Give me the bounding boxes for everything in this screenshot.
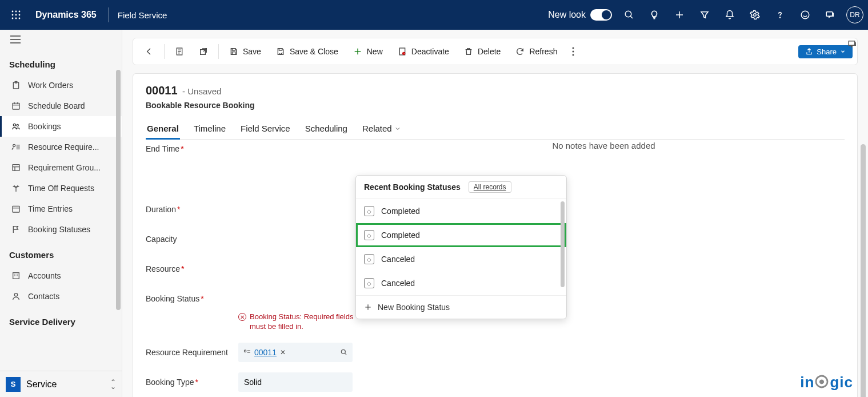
nav-booking-statuses[interactable]: Booking Statuses bbox=[0, 219, 122, 240]
nav-time-off[interactable]: Time Off Requests bbox=[0, 178, 122, 199]
nav-section-scheduling: Scheduling bbox=[0, 49, 122, 75]
svg-point-60 bbox=[244, 350, 246, 352]
calendar-icon bbox=[11, 101, 21, 111]
sidebar-scrollbar[interactable] bbox=[116, 70, 121, 310]
tab-scheduling[interactable]: Scheduling bbox=[304, 120, 349, 139]
help-icon[interactable] bbox=[767, 2, 793, 27]
nav-label: Requirement Grou... bbox=[28, 163, 101, 172]
record-title: 00011 bbox=[146, 84, 178, 97]
side-panel-icon[interactable] bbox=[847, 39, 858, 49]
error-icon: ✕ bbox=[238, 313, 246, 321]
chat-icon[interactable] bbox=[818, 2, 843, 27]
deactivate-button[interactable]: Deactivate bbox=[391, 43, 456, 59]
nav-label: Bookings bbox=[28, 122, 61, 131]
bell-icon[interactable] bbox=[717, 2, 742, 27]
nav-work-orders[interactable]: Work Orders bbox=[0, 75, 122, 96]
status-icon: ◇ bbox=[364, 254, 374, 264]
new-booking-status-button[interactable]: New Booking Status bbox=[356, 295, 566, 319]
user-avatar[interactable]: DR bbox=[846, 6, 863, 23]
person-list-icon bbox=[243, 348, 251, 356]
tab-general[interactable]: General bbox=[146, 120, 180, 139]
new-look-label: New look bbox=[548, 10, 586, 20]
svg-point-5 bbox=[19, 14, 21, 16]
open-new-window-button[interactable] bbox=[192, 43, 215, 59]
clear-lookup-icon[interactable]: ✕ bbox=[280, 348, 286, 356]
flyout-option[interactable]: ◇Canceled bbox=[356, 247, 566, 271]
svg-rect-54 bbox=[399, 48, 405, 55]
product-brand[interactable]: Dynamics 365 bbox=[27, 10, 105, 20]
resource-requirement-lookup[interactable]: 00011 ✕ bbox=[238, 343, 353, 362]
group-icon bbox=[11, 162, 21, 173]
flyout-option[interactable]: ◇Canceled bbox=[356, 271, 566, 295]
svg-rect-16 bbox=[826, 12, 833, 17]
nav-accounts[interactable]: Accounts bbox=[0, 265, 122, 286]
person-list-icon bbox=[11, 142, 21, 152]
area-label: Service bbox=[26, 379, 57, 390]
tab-field-service[interactable]: Field Service bbox=[239, 120, 291, 139]
app-name[interactable]: Field Service bbox=[112, 10, 173, 20]
new-look-toggle[interactable] bbox=[590, 9, 612, 21]
flyout-option-highlighted[interactable]: ◇Completed bbox=[356, 223, 566, 247]
status-icon: ◇ bbox=[364, 206, 374, 216]
svg-point-63 bbox=[341, 350, 345, 354]
nav-contacts[interactable]: Contacts bbox=[0, 286, 122, 307]
calendar-icon bbox=[11, 204, 21, 214]
watermark: in⦿gic bbox=[800, 374, 853, 391]
settings-icon[interactable] bbox=[742, 2, 767, 27]
svg-rect-50 bbox=[232, 52, 235, 55]
nav-label: Schedule Board bbox=[28, 101, 85, 110]
svg-rect-49 bbox=[232, 49, 235, 50]
status-icon: ◇ bbox=[364, 278, 374, 288]
search-icon[interactable] bbox=[617, 2, 642, 27]
refresh-button[interactable]: Refresh bbox=[509, 43, 564, 59]
main-scrollbar[interactable] bbox=[861, 144, 866, 397]
lookup-value-link[interactable]: 00011 bbox=[254, 348, 277, 357]
all-records-link[interactable]: All records bbox=[469, 181, 511, 193]
label-end-time: End Time* bbox=[146, 144, 238, 153]
tab-related[interactable]: Related bbox=[361, 120, 402, 139]
lightbulb-icon[interactable] bbox=[642, 2, 667, 27]
chevron-updown-icon: ⌃⌄ bbox=[110, 380, 116, 389]
svg-line-56 bbox=[403, 53, 405, 54]
flyout-scrollbar[interactable] bbox=[561, 201, 565, 287]
app-launcher-button[interactable] bbox=[5, 3, 27, 26]
nav-bookings[interactable]: Bookings bbox=[0, 116, 122, 137]
nav-label: Booking Statuses bbox=[28, 225, 90, 234]
form-column: End Time* Duration* Capacity Resource* B… bbox=[146, 140, 363, 397]
form-selector-button[interactable] bbox=[168, 43, 191, 59]
back-button[interactable] bbox=[138, 43, 161, 59]
nav-schedule-board[interactable]: Schedule Board bbox=[0, 96, 122, 116]
nav-resource-requirements[interactable]: Resource Require... bbox=[0, 137, 122, 157]
svg-point-6 bbox=[12, 18, 14, 19]
svg-point-59 bbox=[573, 54, 574, 56]
booking-type-value[interactable]: Solid bbox=[238, 372, 353, 392]
building-icon bbox=[11, 271, 21, 281]
label-booking-type: Booking Type* bbox=[146, 378, 238, 387]
nav-time-entries[interactable]: Time Entries bbox=[0, 199, 122, 219]
record-tabs: General Timeline Field Service Schedulin… bbox=[146, 120, 845, 140]
person-icon bbox=[11, 291, 21, 301]
filter-icon[interactable] bbox=[692, 2, 717, 27]
nav-label: Accounts bbox=[28, 271, 61, 280]
svg-point-43 bbox=[14, 293, 17, 296]
add-icon[interactable] bbox=[667, 2, 692, 27]
svg-rect-67 bbox=[849, 41, 855, 46]
feedback-icon[interactable] bbox=[793, 2, 818, 27]
delete-button[interactable]: Delete bbox=[457, 43, 507, 59]
new-button[interactable]: New bbox=[346, 43, 390, 59]
svg-line-10 bbox=[630, 16, 633, 18]
svg-point-4 bbox=[15, 14, 17, 16]
clipboard-icon bbox=[11, 80, 21, 90]
save-button[interactable]: Save bbox=[222, 43, 268, 59]
area-switcher[interactable]: S Service ⌃⌄ bbox=[0, 371, 122, 397]
tab-timeline[interactable]: Timeline bbox=[193, 120, 227, 139]
share-button[interactable]: Share bbox=[798, 45, 853, 58]
save-close-button[interactable]: Save & Close bbox=[269, 43, 345, 59]
nav-collapse-button[interactable] bbox=[0, 30, 122, 49]
flyout-option[interactable]: ◇Completed bbox=[356, 199, 566, 223]
nav-requirement-groups[interactable]: Requirement Grou... bbox=[0, 157, 122, 178]
label-booking-status: Booking Status* bbox=[146, 294, 238, 303]
more-commands-button[interactable] bbox=[565, 43, 581, 59]
search-icon[interactable] bbox=[340, 348, 348, 356]
flag-icon bbox=[11, 224, 21, 235]
